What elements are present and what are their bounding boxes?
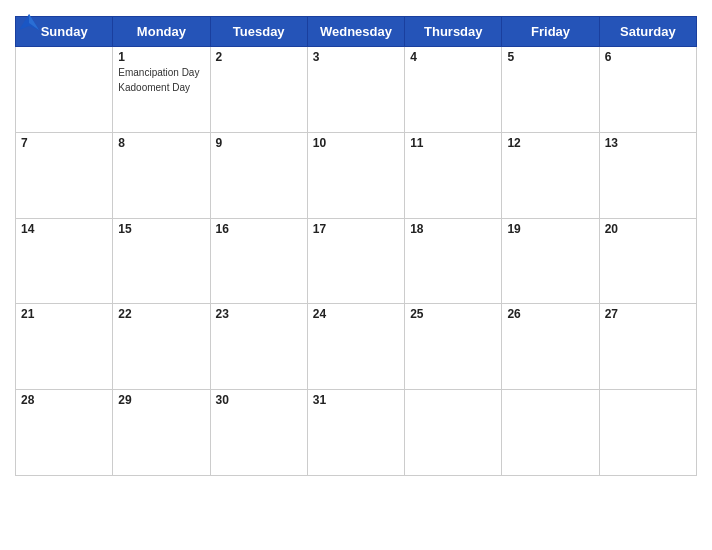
calendar-cell: 2	[210, 47, 307, 133]
day-number: 16	[216, 222, 302, 236]
day-number: 8	[118, 136, 204, 150]
day-number: 19	[507, 222, 593, 236]
day-number: 28	[21, 393, 107, 407]
day-number: 30	[216, 393, 302, 407]
calendar-week-row: 78910111213	[16, 132, 697, 218]
calendar-cell: 25	[405, 304, 502, 390]
day-number: 9	[216, 136, 302, 150]
calendar-cell: 9	[210, 132, 307, 218]
day-number: 6	[605, 50, 691, 64]
calendar-week-row: 21222324252627	[16, 304, 697, 390]
day-number: 24	[313, 307, 399, 321]
calendar-cell	[405, 390, 502, 476]
calendar-cell: 13	[599, 132, 696, 218]
calendar-cell: 23	[210, 304, 307, 390]
day-number: 23	[216, 307, 302, 321]
logo-bird-icon	[15, 10, 43, 38]
calendar-cell: 31	[307, 390, 404, 476]
calendar-cell: 3	[307, 47, 404, 133]
calendar-week-row: 14151617181920	[16, 218, 697, 304]
calendar-cell: 1Emancipation DayKadooment Day	[113, 47, 210, 133]
day-event: Emancipation Day	[118, 66, 204, 79]
weekday-header-row: SundayMondayTuesdayWednesdayThursdayFrid…	[16, 17, 697, 47]
day-number: 15	[118, 222, 204, 236]
calendar-cell: 19	[502, 218, 599, 304]
weekday-header-monday: Monday	[113, 17, 210, 47]
day-number: 25	[410, 307, 496, 321]
calendar-cell	[16, 47, 113, 133]
day-number: 12	[507, 136, 593, 150]
day-number: 27	[605, 307, 691, 321]
day-number: 4	[410, 50, 496, 64]
calendar-cell: 11	[405, 132, 502, 218]
calendar-cell: 28	[16, 390, 113, 476]
calendar-cell: 8	[113, 132, 210, 218]
day-number: 17	[313, 222, 399, 236]
day-number: 2	[216, 50, 302, 64]
calendar-cell: 4	[405, 47, 502, 133]
calendar-cell: 30	[210, 390, 307, 476]
weekday-header-saturday: Saturday	[599, 17, 696, 47]
logo-area	[15, 10, 45, 38]
calendar-cell: 15	[113, 218, 210, 304]
calendar-cell	[599, 390, 696, 476]
weekday-header-thursday: Thursday	[405, 17, 502, 47]
calendar-cell: 16	[210, 218, 307, 304]
day-number: 14	[21, 222, 107, 236]
calendar-cell: 29	[113, 390, 210, 476]
weekday-header-wednesday: Wednesday	[307, 17, 404, 47]
calendar-cell: 18	[405, 218, 502, 304]
calendar-cell: 5	[502, 47, 599, 133]
calendar-cell: 14	[16, 218, 113, 304]
calendar-cell	[502, 390, 599, 476]
calendar-cell: 27	[599, 304, 696, 390]
calendar-cell: 22	[113, 304, 210, 390]
day-number: 5	[507, 50, 593, 64]
calendar-cell: 7	[16, 132, 113, 218]
day-number: 26	[507, 307, 593, 321]
day-event: Kadooment Day	[118, 81, 204, 94]
calendar-cell: 21	[16, 304, 113, 390]
day-number: 1	[118, 50, 204, 64]
calendar-cell: 10	[307, 132, 404, 218]
weekday-header-friday: Friday	[502, 17, 599, 47]
day-number: 18	[410, 222, 496, 236]
day-number: 11	[410, 136, 496, 150]
calendar-week-row: 28293031	[16, 390, 697, 476]
day-number: 29	[118, 393, 204, 407]
day-number: 20	[605, 222, 691, 236]
calendar-table: SundayMondayTuesdayWednesdayThursdayFrid…	[15, 16, 697, 476]
day-number: 22	[118, 307, 204, 321]
calendar-cell: 6	[599, 47, 696, 133]
calendar-week-row: 1Emancipation DayKadooment Day23456	[16, 47, 697, 133]
day-number: 13	[605, 136, 691, 150]
day-number: 31	[313, 393, 399, 407]
calendar-cell: 12	[502, 132, 599, 218]
calendar-cell: 20	[599, 218, 696, 304]
day-number: 3	[313, 50, 399, 64]
calendar-cell: 17	[307, 218, 404, 304]
calendar-cell: 26	[502, 304, 599, 390]
day-number: 10	[313, 136, 399, 150]
calendar-cell: 24	[307, 304, 404, 390]
calendar-container: SundayMondayTuesdayWednesdayThursdayFrid…	[0, 0, 712, 550]
day-number: 21	[21, 307, 107, 321]
weekday-header-tuesday: Tuesday	[210, 17, 307, 47]
day-number: 7	[21, 136, 107, 150]
